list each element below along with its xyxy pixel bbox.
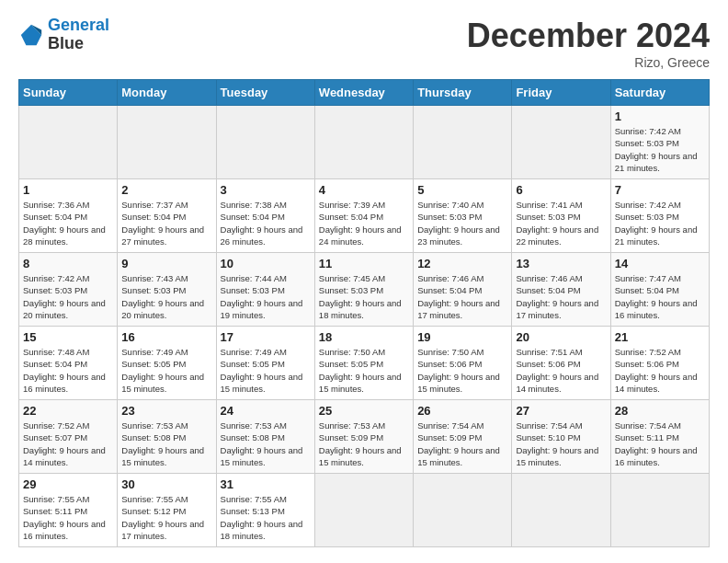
day-number: 26 — [417, 404, 507, 418]
day-number: 24 — [221, 404, 311, 418]
day-cell: 15Sunrise: 7:48 AMSunset: 5:04 PMDayligh… — [19, 327, 118, 400]
day-cell — [414, 474, 512, 547]
day-cell — [512, 474, 610, 547]
week-row-4: 22Sunrise: 7:52 AMSunset: 5:07 PMDayligh… — [19, 400, 710, 474]
day-cell: 23Sunrise: 7:53 AMSunset: 5:08 PMDayligh… — [118, 400, 216, 474]
day-info: Sunrise: 7:48 AMSunset: 5:04 PMDaylight:… — [23, 346, 113, 395]
day-cell: 6Sunrise: 7:41 AMSunset: 5:03 PMDaylight… — [512, 179, 610, 253]
col-header-sunday: Sunday — [19, 80, 118, 106]
week-row-1: 1Sunrise: 7:36 AMSunset: 5:04 PMDaylight… — [19, 179, 710, 253]
day-info: Sunrise: 7:49 AMSunset: 5:05 PMDaylight:… — [121, 346, 211, 395]
day-cell: 5Sunrise: 7:40 AMSunset: 5:03 PMDaylight… — [414, 179, 512, 253]
week-row-3: 15Sunrise: 7:48 AMSunset: 5:04 PMDayligh… — [19, 327, 710, 400]
day-info: Sunrise: 7:55 AMSunset: 5:12 PMDaylight:… — [121, 493, 211, 542]
day-cell: 11Sunrise: 7:45 AMSunset: 5:03 PMDayligh… — [314, 253, 413, 327]
day-number: 30 — [121, 477, 211, 491]
day-cell: 1Sunrise: 7:42 AMSunset: 5:03 PMDaylight… — [610, 106, 709, 179]
day-number: 20 — [516, 330, 606, 344]
day-number: 3 — [221, 183, 311, 197]
day-number: 22 — [23, 404, 113, 418]
day-cell: 27Sunrise: 7:54 AMSunset: 5:10 PMDayligh… — [512, 400, 610, 474]
day-info: Sunrise: 7:38 AMSunset: 5:04 PMDaylight:… — [221, 199, 311, 247]
day-number: 9 — [121, 257, 211, 270]
day-cell: 10Sunrise: 7:44 AMSunset: 5:03 PMDayligh… — [216, 253, 314, 327]
day-number: 2 — [121, 183, 211, 197]
week-row-0: 1Sunrise: 7:42 AMSunset: 5:03 PMDaylight… — [19, 106, 710, 179]
day-info: Sunrise: 7:42 AMSunset: 5:03 PMDaylight:… — [23, 272, 113, 321]
calendar-table: SundayMondayTuesdayWednesdayThursdayFrid… — [18, 79, 710, 547]
month-title: December 2024 — [467, 17, 710, 55]
col-header-tuesday: Tuesday — [216, 80, 314, 106]
week-row-5: 29Sunrise: 7:55 AMSunset: 5:11 PMDayligh… — [19, 474, 710, 547]
day-info: Sunrise: 7:51 AMSunset: 5:06 PMDaylight:… — [516, 346, 606, 395]
day-number: 11 — [319, 257, 409, 270]
logo-blue: Blue — [48, 34, 84, 52]
day-number: 15 — [23, 330, 113, 344]
day-info: Sunrise: 7:46 AMSunset: 5:04 PMDaylight:… — [417, 272, 507, 321]
day-cell: 26Sunrise: 7:54 AMSunset: 5:09 PMDayligh… — [414, 400, 512, 474]
day-info: Sunrise: 7:42 AMSunset: 5:03 PMDaylight:… — [615, 199, 705, 247]
day-cell: 8Sunrise: 7:42 AMSunset: 5:03 PMDaylight… — [19, 253, 118, 327]
day-number: 31 — [221, 477, 311, 491]
day-info: Sunrise: 7:43 AMSunset: 5:03 PMDaylight:… — [121, 272, 211, 321]
day-info: Sunrise: 7:46 AMSunset: 5:04 PMDaylight:… — [516, 272, 606, 321]
day-cell: 20Sunrise: 7:51 AMSunset: 5:06 PMDayligh… — [512, 327, 610, 400]
day-info: Sunrise: 7:52 AMSunset: 5:07 PMDaylight:… — [23, 419, 113, 468]
day-info: Sunrise: 7:37 AMSunset: 5:04 PMDaylight:… — [121, 199, 211, 247]
calendar-page: General Blue December 2024 Rizo, Greece … — [0, 0, 728, 557]
day-cell: 22Sunrise: 7:52 AMSunset: 5:07 PMDayligh… — [19, 400, 118, 474]
day-number: 25 — [319, 404, 409, 418]
day-cell: 3Sunrise: 7:38 AMSunset: 5:04 PMDaylight… — [216, 179, 314, 253]
day-number: 16 — [121, 330, 211, 344]
day-cell — [216, 106, 314, 179]
day-cell — [610, 474, 709, 547]
col-header-wednesday: Wednesday — [314, 80, 413, 106]
day-number: 13 — [516, 257, 606, 270]
day-cell: 2Sunrise: 7:37 AMSunset: 5:04 PMDaylight… — [118, 179, 216, 253]
logo-general: General — [48, 16, 109, 34]
day-cell: 25Sunrise: 7:53 AMSunset: 5:09 PMDayligh… — [314, 400, 413, 474]
day-cell — [414, 106, 512, 179]
day-info: Sunrise: 7:39 AMSunset: 5:04 PMDaylight:… — [319, 199, 409, 247]
day-number: 23 — [121, 404, 211, 418]
day-info: Sunrise: 7:40 AMSunset: 5:03 PMDaylight:… — [417, 199, 507, 247]
day-cell: 9Sunrise: 7:43 AMSunset: 5:03 PMDaylight… — [118, 253, 216, 327]
day-cell: 18Sunrise: 7:50 AMSunset: 5:05 PMDayligh… — [314, 327, 413, 400]
day-number: 27 — [516, 404, 606, 418]
logo: General Blue — [18, 17, 109, 53]
day-cell: 31Sunrise: 7:55 AMSunset: 5:13 PMDayligh… — [216, 474, 314, 547]
day-number: 29 — [23, 477, 113, 491]
day-cell — [314, 474, 413, 547]
day-info: Sunrise: 7:54 AMSunset: 5:11 PMDaylight:… — [615, 419, 705, 468]
day-info: Sunrise: 7:53 AMSunset: 5:09 PMDaylight:… — [319, 419, 409, 468]
day-cell — [19, 106, 118, 179]
day-cell: 13Sunrise: 7:46 AMSunset: 5:04 PMDayligh… — [512, 253, 610, 327]
day-number: 10 — [221, 257, 311, 270]
day-info: Sunrise: 7:44 AMSunset: 5:03 PMDaylight:… — [221, 272, 311, 321]
day-info: Sunrise: 7:45 AMSunset: 5:03 PMDaylight:… — [319, 272, 409, 321]
day-cell: 4Sunrise: 7:39 AMSunset: 5:04 PMDaylight… — [314, 179, 413, 253]
day-cell: 17Sunrise: 7:49 AMSunset: 5:05 PMDayligh… — [216, 327, 314, 400]
day-number: 7 — [615, 183, 705, 197]
day-number: 1 — [23, 183, 113, 197]
day-number: 14 — [615, 257, 705, 270]
day-info: Sunrise: 7:54 AMSunset: 5:10 PMDaylight:… — [516, 419, 606, 468]
col-header-friday: Friday — [512, 80, 610, 106]
day-info: Sunrise: 7:52 AMSunset: 5:06 PMDaylight:… — [615, 346, 705, 395]
day-number: 8 — [23, 257, 113, 270]
day-number: 19 — [417, 330, 507, 344]
svg-marker-0 — [21, 25, 41, 45]
day-cell: 14Sunrise: 7:47 AMSunset: 5:04 PMDayligh… — [610, 253, 709, 327]
header-row: SundayMondayTuesdayWednesdayThursdayFrid… — [19, 80, 710, 106]
day-cell: 30Sunrise: 7:55 AMSunset: 5:12 PMDayligh… — [118, 474, 216, 547]
day-number: 12 — [417, 257, 507, 270]
header: General Blue December 2024 Rizo, Greece — [18, 17, 710, 70]
day-info: Sunrise: 7:54 AMSunset: 5:09 PMDaylight:… — [417, 419, 507, 468]
day-number: 4 — [319, 183, 409, 197]
day-info: Sunrise: 7:55 AMSunset: 5:13 PMDaylight:… — [221, 493, 311, 542]
location: Rizo, Greece — [467, 55, 710, 70]
week-row-2: 8Sunrise: 7:42 AMSunset: 5:03 PMDaylight… — [19, 253, 710, 327]
col-header-thursday: Thursday — [414, 80, 512, 106]
day-cell: 16Sunrise: 7:49 AMSunset: 5:05 PMDayligh… — [118, 327, 216, 400]
day-info: Sunrise: 7:53 AMSunset: 5:08 PMDaylight:… — [221, 419, 311, 468]
